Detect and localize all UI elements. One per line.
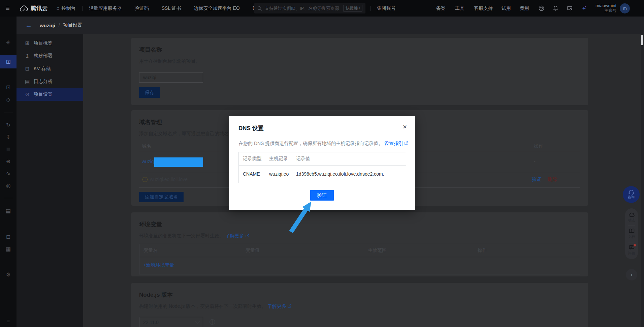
add-env-var-link[interactable]: +新增环境变量: [143, 262, 174, 268]
news-label: 动态: [628, 218, 635, 223]
app-root: ≡ 腾讯云 ⌂控制台 轻量应用服务器 验证码 SSL 证书 边缘安全加速平台 E…: [0, 0, 644, 327]
folder-icon[interactable]: ▤: [0, 208, 17, 214]
news-button[interactable]: 动态: [628, 212, 635, 223]
verify-button[interactable]: 验证: [310, 190, 334, 201]
wave-monitor-icon[interactable]: ∿: [0, 171, 17, 176]
nodejs-version-select[interactable]: 22.11.0: [139, 317, 203, 327]
nav-console[interactable]: ⌂控制台: [57, 5, 76, 11]
scrollbar-thumb[interactable]: [641, 35, 643, 45]
compass-icon[interactable]: ⊕: [0, 159, 17, 164]
close-icon[interactable]: ×: [403, 123, 407, 130]
sidebar-item-label: KV 存储: [34, 66, 51, 72]
row-actions: 验证 删除: [532, 177, 557, 183]
floating-toolbar: 动态 文档 评价: [625, 208, 638, 259]
save-button[interactable]: 保存: [139, 87, 160, 98]
icon-rail: ◈ ⊞ ⊡ ◇ ↻ ↧ ≣ ⊕ ∿ ◎ ▤ ⊟ ▦ ⚙ ≡: [0, 17, 17, 327]
setup-guide-link[interactable]: 设置指引: [384, 141, 403, 146]
rail-gear-icon[interactable]: ⚙: [0, 272, 17, 277]
security-shield-icon[interactable]: ◇: [0, 97, 17, 102]
account-shield-icon[interactable]: ◈: [0, 39, 17, 45]
workorder-icon[interactable]: [539, 5, 544, 11]
section-title-env-vars: 环境变量: [139, 220, 580, 228]
table-row: +新增环境变量: [139, 257, 580, 274]
rail-divider: [4, 198, 13, 198]
add-custom-domain-button[interactable]: 添加自定义域名: [139, 192, 184, 202]
document-icon: ▤: [24, 79, 30, 85]
settings-nut-icon: ⊙: [24, 91, 30, 97]
collapse-toolbar-button[interactable]: ›: [626, 269, 637, 280]
docs-label: 文档: [628, 234, 635, 239]
install-icon[interactable]: ↧: [0, 135, 17, 140]
info-icon[interactable]: ⓘ: [210, 319, 215, 325]
host-record: wuziqi.eo: [269, 171, 289, 177]
nav-ssl[interactable]: SSL 证书: [162, 5, 181, 11]
consult-button[interactable]: 咨询: [623, 186, 640, 203]
topbar-nav: ⌂控制台 轻量应用服务器 验证码 SSL 证书 边缘安全加速平台 EO DDoS…: [57, 5, 276, 11]
nav-edgeone[interactable]: 边缘安全加速平台 EO: [194, 5, 240, 11]
support-link[interactable]: 客服支持: [474, 5, 493, 11]
rail-divider: [4, 113, 13, 113]
monitor-icon[interactable]: ⊡: [0, 85, 17, 90]
sidebar-item-label: 项目概览: [34, 40, 53, 46]
breadcrumb-project[interactable]: wuziqi: [40, 23, 55, 28]
notification-dot: [634, 244, 636, 246]
col-record-value: 记录值: [296, 156, 310, 162]
sidebar-item-kv-storage[interactable]: ⊟ KV 存储: [17, 62, 83, 75]
billing-link[interactable]: 费用: [520, 5, 529, 11]
toolbar-divider: [628, 242, 635, 242]
section-title-project-name: 项目名称: [139, 46, 580, 54]
rail-menu-icon[interactable]: ≡: [0, 319, 17, 324]
docs-button[interactable]: 文档: [628, 229, 635, 239]
database-icon: ⊟: [24, 66, 30, 72]
logo-text: 腾讯云: [31, 4, 48, 12]
nav-separator: [82, 6, 83, 11]
sidebar-item-project-settings[interactable]: ⊙ 项目设置: [17, 88, 83, 101]
tools-link[interactable]: 工具: [455, 5, 464, 11]
sidebar-item-log-analysis[interactable]: ▤ 日志分析: [17, 75, 83, 88]
hamburger-menu-icon[interactable]: ≡: [6, 4, 10, 12]
media-icon[interactable]: ▦: [0, 246, 17, 252]
console-settings-icon[interactable]: [567, 5, 573, 11]
col-host-record: 主机记录: [269, 156, 288, 162]
workspace-grid-icon-active[interactable]: ⊞: [0, 55, 17, 68]
tencent-cloud-logo[interactable]: 腾讯云: [20, 4, 48, 12]
consult-label: 咨询: [628, 195, 635, 200]
delete-link[interactable]: 删除: [548, 177, 557, 182]
learn-more-link[interactable]: 了解更多: [267, 303, 286, 309]
search-icon: [257, 6, 262, 11]
project-name-input[interactable]: wuziqi: [139, 72, 203, 83]
chevron-down-icon: [195, 319, 200, 324]
learn-more-link[interactable]: 了解更多: [225, 233, 244, 238]
dns-record-table: 记录类型 主机记录 记录值 CNAME wuziqi.eo 1d398cb5.w…: [238, 152, 406, 183]
user-info[interactable]: miaowmint 主账号: [595, 3, 616, 13]
bell-icon[interactable]: [553, 5, 558, 11]
nav-captcha[interactable]: 验证码: [135, 5, 149, 11]
env-vars-card: 环境变量 环境变量的变更将在下一次部署时生效。 了解更多 变量名 变量值 生效范…: [131, 212, 588, 276]
server-list-icon[interactable]: ≣: [0, 147, 17, 152]
verify-link[interactable]: 验证: [532, 177, 541, 182]
group-account-link[interactable]: 集团账号: [377, 5, 396, 11]
nav-lighthouse[interactable]: 轻量应用服务器: [89, 5, 122, 11]
sidebar-item-build-deploy[interactable]: ↥ 构建部署: [17, 50, 83, 62]
ai-assistant-icon[interactable]: [581, 5, 587, 11]
shortcut-badge: 快捷键 /: [343, 5, 362, 12]
sidebar-item-label: 日志分析: [34, 79, 53, 85]
sync-monitor-icon[interactable]: ↻: [0, 122, 17, 128]
avatar[interactable]: m: [620, 3, 630, 13]
sidebar-item-overview[interactable]: ⊞ 项目概览: [17, 37, 83, 50]
nodejs-select-row: 22.11.0 ⓘ: [139, 317, 580, 327]
storage-icon[interactable]: ⊟: [0, 234, 17, 240]
text-selection-highlight: [154, 157, 203, 167]
topbar-right: 集团账号 备案 工具 客服支持 试用 费用 miaowmint 主账号 m: [370, 0, 630, 17]
global-search-input[interactable]: 支持通过实例ID、IP、名称等搜索资源 快捷键 /: [254, 3, 365, 13]
trial-link[interactable]: 试用: [502, 5, 511, 11]
back-arrow-icon[interactable]: ←: [25, 22, 32, 29]
icp-link[interactable]: 备案: [436, 5, 446, 11]
section-title-nodejs: Node.js 版本: [139, 291, 580, 299]
topbar: ≡ 腾讯云 ⌂控制台 轻量应用服务器 验证码 SSL 证书 边缘安全加速平台 E…: [0, 0, 644, 17]
search-placeholder: 支持通过实例ID、IP、名称等搜索资源: [265, 5, 343, 11]
rail-search-icon[interactable]: ◎: [0, 183, 17, 188]
scrollbar-track[interactable]: [641, 34, 644, 327]
upload-icon: ↥: [24, 53, 30, 59]
feedback-button[interactable]: 评价: [628, 245, 635, 256]
